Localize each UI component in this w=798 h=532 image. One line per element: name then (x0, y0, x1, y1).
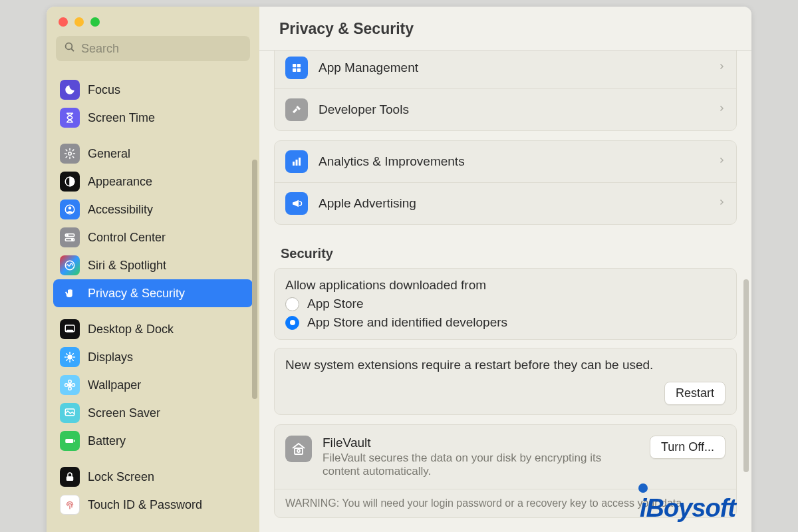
maximize-button[interactable] (90, 17, 100, 27)
radio-icon (285, 316, 299, 330)
sidebar-item-label: Desktop & Dock (88, 323, 174, 336)
svg-point-0 (66, 43, 72, 50)
sidebar-item-label: Privacy & Security (88, 287, 185, 301)
sidebar-item-label: Wallpaper (88, 378, 141, 392)
main-scrollbar[interactable] (743, 279, 749, 472)
sidebar-item-displays[interactable]: Displays (53, 343, 253, 371)
sidebar-item-label: Control Center (88, 231, 166, 245)
svg-point-14 (68, 384, 72, 387)
megaphone-icon (285, 192, 308, 215)
svg-rect-26 (297, 68, 301, 72)
sidebar-item-screen-time[interactable]: Screen Time (53, 104, 253, 132)
sidebar-item-appearance[interactable]: Appearance (53, 168, 253, 196)
sun-icon (60, 347, 80, 367)
contrast-icon (60, 172, 80, 192)
chevron-right-icon (718, 154, 726, 169)
svg-rect-12 (67, 331, 73, 332)
extensions-message: New system extensions require a restart … (285, 358, 653, 372)
radio-app-store[interactable]: App Store (285, 297, 726, 311)
main-header: Privacy & Security (259, 7, 751, 51)
panel-extensions: New system extensions require a restart … (274, 348, 737, 415)
dock-icon (60, 319, 80, 339)
svg-point-13 (68, 355, 72, 359)
row-developer-tools[interactable]: Developer Tools (275, 88, 736, 130)
moon-icon (60, 80, 80, 100)
page-title: Privacy & Security (279, 20, 732, 38)
sidebar-item-accessibility[interactable]: Accessibility (53, 196, 253, 223)
sidebar-item-label: Screen Time (88, 111, 155, 125)
search-input[interactable] (81, 42, 242, 56)
radio-app-store-identified[interactable]: App Store and identified developers (285, 315, 726, 330)
svg-rect-24 (297, 64, 301, 67)
hourglass-icon (60, 108, 80, 128)
svg-rect-23 (293, 64, 296, 67)
sidebar-item-general[interactable]: General (53, 140, 253, 168)
row-app-management[interactable]: App Management (275, 51, 736, 88)
settings-window: FocusScreen TimeGeneralAppearanceAccessi… (47, 7, 751, 532)
sidebar-item-touch-id-password[interactable]: Touch ID & Password (53, 491, 253, 519)
sidebar-item-control-center[interactable]: Control Center (53, 223, 253, 251)
main-panel: Privacy & Security App ManagementDevelop… (259, 7, 751, 532)
panel-analytics: Analytics & ImprovementsApple Advertisin… (274, 140, 737, 225)
sidebar-item-wallpaper[interactable]: Wallpaper (53, 371, 253, 399)
window-controls (47, 7, 259, 33)
filevault-desc: FileVault secures the data on your disk … (323, 452, 615, 478)
siri-icon (60, 255, 80, 275)
svg-rect-27 (293, 162, 295, 166)
sidebar-item-siri-spotlight[interactable]: Siri & Spotlight (53, 251, 253, 279)
radio-icon (285, 297, 299, 311)
svg-point-8 (66, 235, 68, 236)
row-analytics-improvements[interactable]: Analytics & Improvements (275, 141, 736, 182)
sidebar-scrollbar[interactable] (252, 160, 257, 399)
filevault-turnoff-button[interactable]: Turn Off... (650, 436, 726, 459)
svg-point-9 (72, 239, 73, 240)
sidebar-item-focus[interactable]: Focus (53, 76, 253, 104)
svg-point-15 (68, 380, 72, 384)
sidebar-item-lock-screen[interactable]: Lock Screen (53, 463, 253, 491)
panel-allow-apps: Allow applications downloaded from App S… (274, 268, 737, 340)
panel-app-dev: App ManagementDeveloper Tools (274, 51, 737, 131)
svg-point-17 (65, 384, 68, 387)
svg-rect-21 (74, 440, 75, 442)
hammer-icon (285, 98, 308, 121)
search-icon (64, 41, 76, 56)
svg-rect-25 (293, 68, 296, 72)
close-button[interactable] (59, 17, 68, 27)
sidebar-item-label: General (88, 147, 130, 161)
restart-button[interactable]: Restart (664, 382, 726, 405)
sidebar-nav: FocusScreen TimeGeneralAppearanceAccessi… (47, 68, 259, 532)
filevault-title: FileVault (323, 436, 639, 450)
sidebar-item-desktop-dock[interactable]: Desktop & Dock (53, 315, 253, 343)
svg-rect-29 (299, 158, 301, 166)
svg-point-5 (68, 207, 72, 210)
person-icon (60, 200, 80, 219)
sidebar-item-label: Lock Screen (88, 470, 154, 484)
switches-icon (60, 227, 80, 247)
sidebar-item-label: Touch ID & Password (88, 498, 202, 512)
row-label: Developer Tools (319, 102, 409, 117)
row-apple-advertising[interactable]: Apple Advertising (275, 182, 736, 224)
content: App ManagementDeveloper Tools Analytics … (259, 51, 751, 531)
lock-icon (60, 467, 80, 487)
apps-icon (285, 57, 308, 79)
sidebar-item-label: Accessibility (88, 203, 153, 217)
row-label: App Management (319, 61, 418, 75)
svg-point-31 (297, 450, 300, 452)
svg-rect-28 (296, 160, 298, 166)
svg-rect-22 (66, 476, 74, 481)
search-field[interactable] (56, 36, 250, 61)
sidebar-item-screen-saver[interactable]: Screen Saver (53, 399, 253, 427)
allow-apps-label: Allow applications downloaded from (285, 278, 726, 293)
flower-icon (60, 375, 80, 395)
minimize-button[interactable] (74, 17, 84, 27)
sidebar-item-privacy-security[interactable]: Privacy & Security (53, 279, 253, 307)
row-label: Apple Advertising (319, 196, 416, 211)
svg-point-18 (72, 384, 75, 387)
sidebar: FocusScreen TimeGeneralAppearanceAccessi… (47, 7, 259, 532)
sidebar-item-battery[interactable]: Battery (53, 427, 253, 455)
sidebar-item-label: Battery (88, 434, 126, 448)
svg-point-2 (68, 152, 72, 156)
row-label: Analytics & Improvements (319, 154, 465, 169)
watermark: iBoysoft (640, 494, 735, 523)
svg-rect-20 (65, 439, 73, 443)
